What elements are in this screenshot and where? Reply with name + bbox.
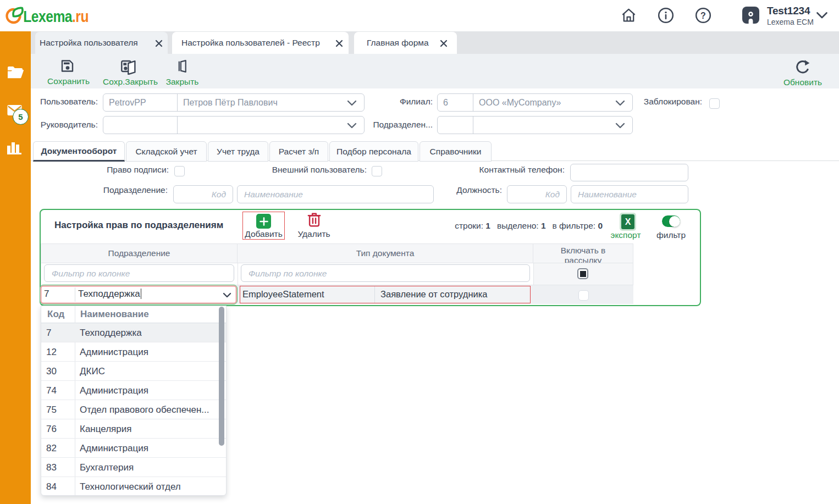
svg-text:Lexema.ru: Lexema.ru	[23, 8, 89, 26]
svg-text:?: ?	[700, 11, 706, 20]
